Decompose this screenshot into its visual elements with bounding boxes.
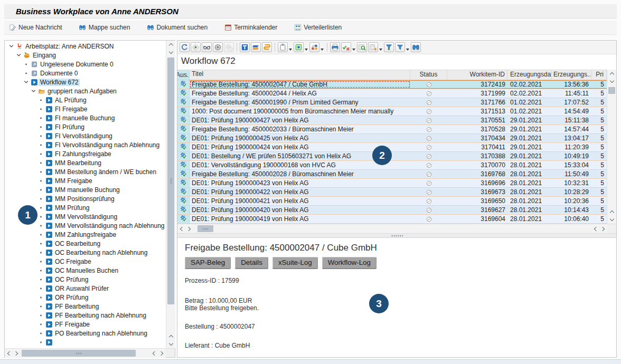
table-row[interactable]: Freigabe Bestellung: 4500002047 / Cube G… <box>177 80 607 89</box>
column-header-pri[interactable]: Pri <box>592 70 607 80</box>
execute-workitem-cell[interactable] <box>177 152 190 160</box>
attachment-clipboard-dropdown-arrow-icon[interactable] <box>289 49 292 51</box>
pane-splitter[interactable] <box>177 233 616 238</box>
execute-workitem-cell[interactable] <box>177 215 190 223</box>
search-table-button[interactable] <box>357 42 367 52</box>
print-button[interactable] <box>330 42 340 52</box>
scrollbar-track[interactable] <box>166 56 175 332</box>
execute-workitem-cell[interactable] <box>177 80 190 89</box>
scroll-down-button[interactable] <box>166 49 175 56</box>
neue-nachricht-button[interactable]: Neue Nachricht <box>6 23 64 32</box>
tree-item-fi-prüfung[interactable]: FI Prüfung <box>5 122 166 131</box>
tree-item-fi-freigabe[interactable]: FI Freigabe <box>5 104 166 113</box>
column-header-titel[interactable]: Titel <box>190 70 410 80</box>
tree-item-mm-manuelle-buchung[interactable]: MM manuelle Buchung <box>5 185 166 194</box>
table-row[interactable]: DE01: Prüfung 1900000421 von Helix AG316… <box>177 197 607 206</box>
scrollbar-thumb[interactable] <box>22 350 136 357</box>
scrollbar-thumb[interactable] <box>197 225 213 232</box>
table-row[interactable]: Freigabe Bestellung: 4500001990 / Prism … <box>177 98 607 107</box>
layout-blocks-button[interactable] <box>309 42 319 52</box>
scroll-right-button[interactable] <box>185 225 193 233</box>
column-header-time[interactable]: Erzeugungs.. <box>552 70 592 80</box>
column-header-status[interactable]: Status <box>410 70 447 80</box>
workflow-log-button[interactable] <box>240 42 250 52</box>
scroll-up-button[interactable] <box>166 332 175 340</box>
display-glasses-button[interactable] <box>202 42 212 52</box>
tree-item-al-prüfung[interactable]: AL Prüfung <box>5 95 166 104</box>
scroll-down-button[interactable] <box>166 340 175 348</box>
tree-item-gruppiert-nach-aufgaben[interactable]: gruppiert nach Aufgaben <box>5 87 166 95</box>
tree-item-oc-freigabe[interactable]: OC Freigabe <box>5 257 166 266</box>
tree-item-oc-prüfung[interactable]: OC Prüfung <box>5 275 166 284</box>
table-row[interactable]: DE01: Bestellung / WE prüfen 5105603271 … <box>177 152 607 161</box>
table-row[interactable]: DE01: Prüfung 1900000425 von Helix AG317… <box>177 134 607 143</box>
tree-item-fi-vervollständigung[interactable]: FI Vervollständigung <box>5 131 166 140</box>
scroll-down-button[interactable] <box>607 78 616 85</box>
tree-item-fi-zahlungsfreigabe[interactable]: FI Zahlungsfreigabe <box>5 149 166 158</box>
execute-workitem-cell[interactable] <box>177 125 190 133</box>
tree-item-eingang[interactable]: Eingang <box>5 51 166 60</box>
tree-item-oc-bearbeitung[interactable]: OC Bearbeitung <box>5 239 166 248</box>
scroll-up-button[interactable] <box>607 70 616 78</box>
execute-workitem-cell[interactable] <box>177 206 190 214</box>
layout-blocks-dropdown-arrow-icon[interactable] <box>321 49 324 51</box>
table-row[interactable]: DE01: Prüfung 1900000419 von Helix AG316… <box>177 215 607 224</box>
scrollbar-track[interactable] <box>21 350 150 357</box>
table-row[interactable]: DE01: Prüfung 1900000427 von Helix AG317… <box>177 116 607 125</box>
scroll-left-button[interactable] <box>591 225 599 233</box>
sap-beleg-button[interactable]: SAP-Beleg <box>185 257 231 269</box>
tree-horizontal-scrollbar[interactable] <box>5 348 166 358</box>
tree-item-or-auswahl-prüfer[interactable]: OR Auswahl Prüfer <box>5 284 166 293</box>
column-header-id[interactable]: Workitem-ID <box>447 70 507 80</box>
tree-item-fi-manuelle-buchung[interactable]: FI manuelle Buchung <box>5 113 166 122</box>
table-row[interactable]: Freigabe Bestellung: 4500002033 / Büroma… <box>177 125 607 134</box>
tree-item-oc-manuelles-buchen[interactable]: OC Manuelles Buchen <box>5 266 166 275</box>
execute-workitem-cell[interactable] <box>177 107 190 116</box>
tree-item[interactable] <box>5 338 166 347</box>
execute-workitem-cell[interactable] <box>177 98 190 107</box>
scrollbar-track[interactable] <box>607 85 616 208</box>
table-row[interactable]: DE01: Prüfung 1900000423 von Helix AG316… <box>177 179 607 188</box>
table-row[interactable]: DE01: Vervollständigung 1900000168 von H… <box>177 161 607 170</box>
outbox-scroll-button[interactable] <box>262 42 272 52</box>
scroll-right-button[interactable] <box>158 349 166 357</box>
scroll-right-button[interactable] <box>13 349 21 357</box>
execute-button[interactable] <box>191 42 201 52</box>
execute-workitem-cell[interactable] <box>177 179 190 187</box>
filter-button[interactable] <box>384 42 394 52</box>
scroll-down-button[interactable] <box>607 216 616 224</box>
table-row[interactable]: 1000: Post document 1900000005 from Büro… <box>177 107 607 116</box>
execute-workitem-cell[interactable] <box>177 170 190 178</box>
execute-workitem-cell[interactable] <box>177 188 190 196</box>
table-views-button[interactable] <box>368 42 378 52</box>
tree-item-pf-freigabe[interactable]: PF Freigabe <box>5 320 166 329</box>
export-dropdown-arrow-icon[interactable] <box>305 49 308 51</box>
tree-item-po-bearbeitung-nach-ablehnung[interactable]: PO Bearbeitung nach Ablehnung <box>5 329 166 338</box>
scroll-up-button[interactable] <box>166 41 175 49</box>
xsuite-log-button[interactable]: xSuite-Log <box>272 257 318 269</box>
column-header-date[interactable]: Erzeugungsdat.. <box>507 70 552 80</box>
attachment-clipboard-button[interactable] <box>278 42 288 52</box>
execute-workitem-cell[interactable] <box>177 143 190 151</box>
verteilerlisten-button[interactable]: Verteilerlisten <box>291 23 343 32</box>
mappe-suchen-button[interactable]: Mappe suchen <box>77 23 132 32</box>
tree-item-mm-zahlungsfreigabe[interactable]: MM Zahlungsfreigabe <box>5 230 166 239</box>
scroll-left-button[interactable] <box>150 349 158 357</box>
tree-item-mm-positionsprüfung[interactable]: MM Positionsprüfung <box>5 194 166 203</box>
table-row[interactable]: DE01: Prüfung 1900000424 von Helix AG317… <box>177 143 607 152</box>
tree-item-pf-bearbeitung[interactable]: PF Bearbeitung <box>5 302 166 311</box>
scroll-left-button[interactable] <box>177 225 185 233</box>
tree-item-dokumente-0[interactable]: Dokumente 0 <box>5 69 166 78</box>
tree-item-pf-bearbeitung-nach-ablehnung[interactable]: PF Bearbeitung nach Ablehnung <box>5 311 166 320</box>
tree-item-fi-vervollständigung-nach-ablehnung[interactable]: FI Vervollständigung nach Ablehnung <box>5 140 166 149</box>
find-binoculars-button[interactable] <box>411 42 421 52</box>
execute-workitem-cell[interactable] <box>177 116 190 124</box>
table-vertical-scrollbar[interactable] <box>607 70 616 224</box>
scrollbar-thumb[interactable] <box>608 87 615 94</box>
scrollbar-track[interactable] <box>193 225 591 232</box>
tree-item-mm-freigabe[interactable]: MM Freigabe <box>5 176 166 185</box>
tree-item-mm-bestellung-ändern-we-buchen[interactable]: MM Bestellung ändern / WE buchen <box>5 167 166 176</box>
execute-workitem-cell[interactable] <box>177 197 190 205</box>
filter-menu-button[interactable] <box>395 42 405 52</box>
tree-item-arbeitsplatz-anne-anderson[interactable]: Arbeitsplatz: Anne ANDERSON <box>5 42 166 51</box>
